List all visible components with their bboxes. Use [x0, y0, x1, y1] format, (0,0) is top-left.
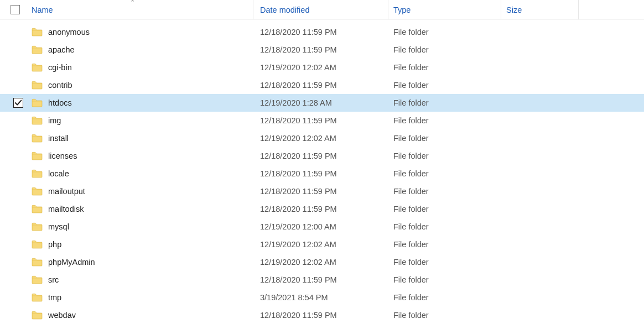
file-row-phpMyAdmin[interactable]: phpMyAdmin 12/19/2020 12:02 AM File fold…: [0, 253, 644, 271]
row-name-cell[interactable]: locale: [30, 165, 253, 182]
row-type-cell: File folder: [388, 271, 501, 289]
row-size-cell: [501, 59, 579, 76]
row-checkbox-cell[interactable]: [0, 112, 30, 129]
column-header-date[interactable]: Date modified: [253, 0, 388, 19]
folder-icon: [32, 98, 43, 107]
file-row-anonymous[interactable]: anonymous 12/18/2020 11:59 PM File folde…: [0, 23, 644, 41]
row-type-label: File folder: [393, 240, 429, 249]
row-checkbox-cell[interactable]: [0, 289, 30, 306]
row-type-label: File folder: [393, 205, 429, 213]
row-type-cell: File folder: [388, 76, 501, 94]
row-date-label: 12/18/2020 11:59 PM: [260, 205, 337, 213]
row-date-label: 12/18/2020 11:59 PM: [260, 187, 337, 196]
file-row-install[interactable]: install 12/19/2020 12:02 AM File folder: [0, 129, 644, 147]
row-type-cell: File folder: [388, 200, 501, 218]
file-row-mailtodisk[interactable]: mailtodisk 12/18/2020 11:59 PM File fold…: [0, 200, 644, 218]
file-row-src[interactable]: src 12/18/2020 11:59 PM File folder: [0, 271, 644, 289]
file-row-mailoutput[interactable]: mailoutput 12/18/2020 11:59 PM File fold…: [0, 182, 644, 200]
row-type-cell: File folder: [388, 112, 501, 129]
row-date-label: 12/18/2020 11:59 PM: [260, 311, 337, 320]
row-name-label: mailtodisk: [48, 205, 84, 213]
row-name-cell[interactable]: phpMyAdmin: [30, 253, 253, 271]
column-header-date-label: Date modified: [260, 6, 309, 14]
row-type-cell: File folder: [388, 306, 501, 324]
row-name-cell[interactable]: licenses: [30, 147, 253, 165]
row-checkbox-cell[interactable]: [0, 147, 30, 165]
row-size-cell: [501, 94, 579, 112]
file-row-tmp[interactable]: tmp 3/19/2021 8:54 PM File folder: [0, 289, 644, 306]
file-row-cgi-bin[interactable]: cgi-bin 12/19/2020 12:02 AM File folder: [0, 59, 644, 76]
row-size-cell: [501, 289, 579, 306]
column-header-checkbox[interactable]: [0, 0, 30, 19]
row-checkbox[interactable]: [13, 98, 23, 108]
row-type-cell: File folder: [388, 236, 501, 253]
folder-icon: [32, 116, 43, 125]
row-date-cell: 12/18/2020 11:59 PM: [253, 271, 388, 289]
row-name-cell[interactable]: anonymous: [30, 23, 253, 41]
row-checkbox-cell[interactable]: [0, 129, 30, 147]
column-header-type[interactable]: Type: [388, 0, 501, 19]
column-header-name-label: Name: [32, 6, 53, 14]
row-name-cell[interactable]: mailoutput: [30, 182, 253, 200]
row-name-cell[interactable]: cgi-bin: [30, 59, 253, 76]
row-date-cell: 12/18/2020 11:59 PM: [253, 306, 388, 324]
row-checkbox-cell[interactable]: [0, 41, 30, 59]
row-name-label: install: [48, 134, 69, 143]
file-rows: anonymous 12/18/2020 11:59 PM File folde…: [0, 20, 644, 324]
row-name-label: locale: [48, 169, 69, 178]
row-type-cell: File folder: [388, 23, 501, 41]
row-type-label: File folder: [393, 98, 429, 107]
row-checkbox-cell[interactable]: [0, 59, 30, 76]
file-row-htdocs[interactable]: htdocs 12/19/2020 1:28 AM File folder: [0, 94, 644, 112]
file-row-webdav[interactable]: webdav 12/18/2020 11:59 PM File folder: [0, 306, 644, 324]
row-name-label: htdocs: [48, 98, 72, 107]
row-checkbox-cell[interactable]: [0, 271, 30, 289]
row-checkbox-cell[interactable]: [0, 76, 30, 94]
row-checkbox-cell[interactable]: [0, 253, 30, 271]
row-name-cell[interactable]: htdocs: [30, 94, 253, 112]
file-row-locale[interactable]: locale 12/18/2020 11:59 PM File folder: [0, 165, 644, 182]
row-type-label: File folder: [393, 81, 429, 90]
row-name-cell[interactable]: contrib: [30, 76, 253, 94]
row-name-label: mailoutput: [48, 187, 85, 196]
row-name-cell[interactable]: src: [30, 271, 253, 289]
row-name-cell[interactable]: mysql: [30, 218, 253, 236]
row-date-cell: 12/18/2020 11:59 PM: [253, 200, 388, 218]
select-all-checkbox[interactable]: [11, 5, 20, 14]
row-name-label: phpMyAdmin: [48, 258, 95, 267]
row-size-cell: [501, 165, 579, 182]
row-checkbox-cell[interactable]: [0, 23, 30, 41]
row-name-cell[interactable]: php: [30, 236, 253, 253]
file-row-img[interactable]: img 12/18/2020 11:59 PM File folder: [0, 112, 644, 129]
row-type-cell: File folder: [388, 59, 501, 76]
row-type-cell: File folder: [388, 289, 501, 306]
row-checkbox-cell[interactable]: [0, 182, 30, 200]
file-row-licenses[interactable]: licenses 12/18/2020 11:59 PM File folder: [0, 147, 644, 165]
row-size-cell: [501, 306, 579, 324]
row-checkbox-cell[interactable]: [0, 218, 30, 236]
file-row-apache[interactable]: apache 12/18/2020 11:59 PM File folder: [0, 41, 644, 59]
row-checkbox-cell[interactable]: [0, 306, 30, 324]
row-size-cell: [501, 236, 579, 253]
column-header-row: ⌃ Name Date modified Type Size: [0, 0, 644, 20]
row-date-cell: 3/19/2021 8:54 PM: [253, 289, 388, 306]
file-row-contrib[interactable]: contrib 12/18/2020 11:59 PM File folder: [0, 76, 644, 94]
file-row-php[interactable]: php 12/19/2020 12:02 AM File folder: [0, 236, 644, 253]
row-name-cell[interactable]: webdav: [30, 306, 253, 324]
row-type-label: File folder: [393, 275, 429, 284]
row-checkbox-cell[interactable]: [0, 94, 30, 112]
column-header-size[interactable]: Size: [501, 0, 579, 19]
column-header-name[interactable]: Name: [30, 0, 253, 19]
row-name-cell[interactable]: mailtodisk: [30, 200, 253, 218]
row-checkbox-cell[interactable]: [0, 200, 30, 218]
folder-icon: [32, 134, 43, 143]
row-name-cell[interactable]: apache: [30, 41, 253, 59]
row-name-cell[interactable]: img: [30, 112, 253, 129]
row-checkbox-cell[interactable]: [0, 165, 30, 182]
row-date-cell: 12/18/2020 11:59 PM: [253, 23, 388, 41]
row-name-cell[interactable]: install: [30, 129, 253, 147]
row-date-label: 12/18/2020 11:59 PM: [260, 28, 337, 36]
row-name-cell[interactable]: tmp: [30, 289, 253, 306]
row-checkbox-cell[interactable]: [0, 236, 30, 253]
file-row-mysql[interactable]: mysql 12/19/2020 12:00 AM File folder: [0, 218, 644, 236]
